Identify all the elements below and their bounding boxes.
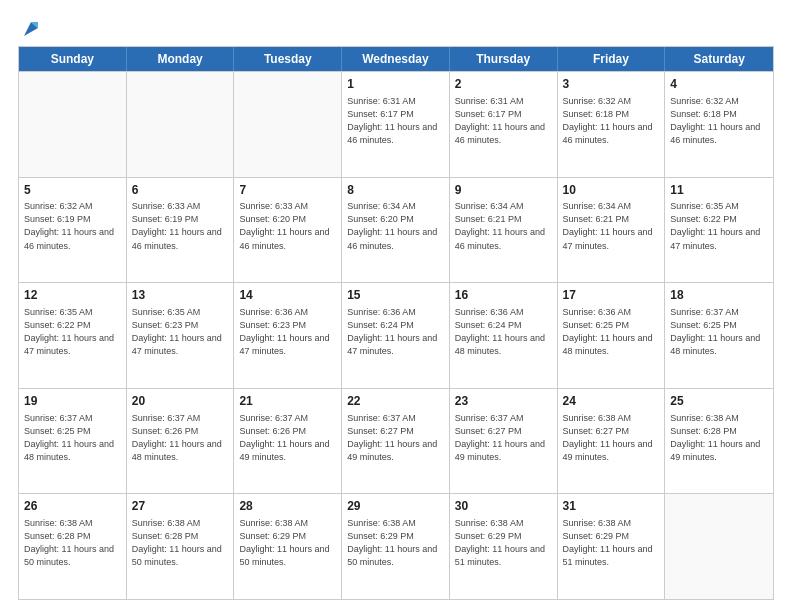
cell-info: Sunrise: 6:31 AMSunset: 6:17 PMDaylight:…: [455, 95, 552, 147]
cell-info: Sunrise: 6:37 AMSunset: 6:27 PMDaylight:…: [455, 412, 552, 464]
cell-info: Sunrise: 6:37 AMSunset: 6:26 PMDaylight:…: [132, 412, 229, 464]
calendar-week-2: 5Sunrise: 6:32 AMSunset: 6:19 PMDaylight…: [19, 177, 773, 283]
cell-info: Sunrise: 6:36 AMSunset: 6:23 PMDaylight:…: [239, 306, 336, 358]
day-cell-10: 10Sunrise: 6:34 AMSunset: 6:21 PMDayligh…: [558, 178, 666, 283]
cell-info: Sunrise: 6:37 AMSunset: 6:25 PMDaylight:…: [24, 412, 121, 464]
calendar-week-4: 19Sunrise: 6:37 AMSunset: 6:25 PMDayligh…: [19, 388, 773, 494]
day-cell-3: 3Sunrise: 6:32 AMSunset: 6:18 PMDaylight…: [558, 72, 666, 177]
day-number: 31: [563, 498, 660, 515]
header-cell-saturday: Saturday: [665, 47, 773, 71]
header-cell-friday: Friday: [558, 47, 666, 71]
day-number: 23: [455, 393, 552, 410]
day-number: 15: [347, 287, 444, 304]
day-number: 1: [347, 76, 444, 93]
day-cell-25: 25Sunrise: 6:38 AMSunset: 6:28 PMDayligh…: [665, 389, 773, 494]
cell-info: Sunrise: 6:38 AMSunset: 6:27 PMDaylight:…: [563, 412, 660, 464]
cell-info: Sunrise: 6:38 AMSunset: 6:29 PMDaylight:…: [347, 517, 444, 569]
empty-cell: [19, 72, 127, 177]
cell-info: Sunrise: 6:35 AMSunset: 6:22 PMDaylight:…: [670, 200, 768, 252]
day-cell-2: 2Sunrise: 6:31 AMSunset: 6:17 PMDaylight…: [450, 72, 558, 177]
cell-info: Sunrise: 6:36 AMSunset: 6:24 PMDaylight:…: [347, 306, 444, 358]
day-cell-31: 31Sunrise: 6:38 AMSunset: 6:29 PMDayligh…: [558, 494, 666, 599]
day-number: 13: [132, 287, 229, 304]
day-number: 24: [563, 393, 660, 410]
calendar-header-row: SundayMondayTuesdayWednesdayThursdayFrid…: [19, 47, 773, 71]
cell-info: Sunrise: 6:32 AMSunset: 6:18 PMDaylight:…: [563, 95, 660, 147]
cell-info: Sunrise: 6:38 AMSunset: 6:29 PMDaylight:…: [239, 517, 336, 569]
day-number: 21: [239, 393, 336, 410]
day-cell-24: 24Sunrise: 6:38 AMSunset: 6:27 PMDayligh…: [558, 389, 666, 494]
day-number: 11: [670, 182, 768, 199]
day-number: 2: [455, 76, 552, 93]
day-number: 8: [347, 182, 444, 199]
day-cell-4: 4Sunrise: 6:32 AMSunset: 6:18 PMDaylight…: [665, 72, 773, 177]
day-cell-11: 11Sunrise: 6:35 AMSunset: 6:22 PMDayligh…: [665, 178, 773, 283]
cell-info: Sunrise: 6:38 AMSunset: 6:29 PMDaylight:…: [563, 517, 660, 569]
day-number: 18: [670, 287, 768, 304]
calendar-body: 1Sunrise: 6:31 AMSunset: 6:17 PMDaylight…: [19, 71, 773, 599]
day-cell-19: 19Sunrise: 6:37 AMSunset: 6:25 PMDayligh…: [19, 389, 127, 494]
day-number: 10: [563, 182, 660, 199]
day-number: 27: [132, 498, 229, 515]
cell-info: Sunrise: 6:35 AMSunset: 6:23 PMDaylight:…: [132, 306, 229, 358]
day-number: 19: [24, 393, 121, 410]
day-cell-7: 7Sunrise: 6:33 AMSunset: 6:20 PMDaylight…: [234, 178, 342, 283]
cell-info: Sunrise: 6:38 AMSunset: 6:28 PMDaylight:…: [132, 517, 229, 569]
cell-info: Sunrise: 6:38 AMSunset: 6:29 PMDaylight:…: [455, 517, 552, 569]
empty-cell: [234, 72, 342, 177]
day-number: 22: [347, 393, 444, 410]
calendar: SundayMondayTuesdayWednesdayThursdayFrid…: [18, 46, 774, 600]
day-cell-14: 14Sunrise: 6:36 AMSunset: 6:23 PMDayligh…: [234, 283, 342, 388]
day-cell-30: 30Sunrise: 6:38 AMSunset: 6:29 PMDayligh…: [450, 494, 558, 599]
calendar-week-1: 1Sunrise: 6:31 AMSunset: 6:17 PMDaylight…: [19, 71, 773, 177]
header-cell-thursday: Thursday: [450, 47, 558, 71]
empty-cell: [665, 494, 773, 599]
cell-info: Sunrise: 6:37 AMSunset: 6:26 PMDaylight:…: [239, 412, 336, 464]
day-cell-29: 29Sunrise: 6:38 AMSunset: 6:29 PMDayligh…: [342, 494, 450, 599]
cell-info: Sunrise: 6:35 AMSunset: 6:22 PMDaylight:…: [24, 306, 121, 358]
cell-info: Sunrise: 6:36 AMSunset: 6:24 PMDaylight:…: [455, 306, 552, 358]
cell-info: Sunrise: 6:32 AMSunset: 6:19 PMDaylight:…: [24, 200, 121, 252]
cell-info: Sunrise: 6:37 AMSunset: 6:27 PMDaylight:…: [347, 412, 444, 464]
day-number: 5: [24, 182, 121, 199]
day-number: 26: [24, 498, 121, 515]
day-cell-16: 16Sunrise: 6:36 AMSunset: 6:24 PMDayligh…: [450, 283, 558, 388]
day-cell-28: 28Sunrise: 6:38 AMSunset: 6:29 PMDayligh…: [234, 494, 342, 599]
day-cell-6: 6Sunrise: 6:33 AMSunset: 6:19 PMDaylight…: [127, 178, 235, 283]
header-cell-sunday: Sunday: [19, 47, 127, 71]
day-number: 7: [239, 182, 336, 199]
header-cell-monday: Monday: [127, 47, 235, 71]
day-cell-23: 23Sunrise: 6:37 AMSunset: 6:27 PMDayligh…: [450, 389, 558, 494]
calendar-week-5: 26Sunrise: 6:38 AMSunset: 6:28 PMDayligh…: [19, 493, 773, 599]
cell-info: Sunrise: 6:33 AMSunset: 6:20 PMDaylight:…: [239, 200, 336, 252]
header-cell-tuesday: Tuesday: [234, 47, 342, 71]
day-cell-22: 22Sunrise: 6:37 AMSunset: 6:27 PMDayligh…: [342, 389, 450, 494]
empty-cell: [127, 72, 235, 177]
cell-info: Sunrise: 6:34 AMSunset: 6:21 PMDaylight:…: [563, 200, 660, 252]
day-number: 14: [239, 287, 336, 304]
calendar-week-3: 12Sunrise: 6:35 AMSunset: 6:22 PMDayligh…: [19, 282, 773, 388]
cell-info: Sunrise: 6:36 AMSunset: 6:25 PMDaylight:…: [563, 306, 660, 358]
day-number: 17: [563, 287, 660, 304]
day-number: 25: [670, 393, 768, 410]
cell-info: Sunrise: 6:34 AMSunset: 6:21 PMDaylight:…: [455, 200, 552, 252]
day-cell-27: 27Sunrise: 6:38 AMSunset: 6:28 PMDayligh…: [127, 494, 235, 599]
day-number: 4: [670, 76, 768, 93]
cell-info: Sunrise: 6:38 AMSunset: 6:28 PMDaylight:…: [24, 517, 121, 569]
day-cell-12: 12Sunrise: 6:35 AMSunset: 6:22 PMDayligh…: [19, 283, 127, 388]
header: [18, 18, 774, 36]
day-number: 28: [239, 498, 336, 515]
day-number: 9: [455, 182, 552, 199]
day-cell-20: 20Sunrise: 6:37 AMSunset: 6:26 PMDayligh…: [127, 389, 235, 494]
day-cell-5: 5Sunrise: 6:32 AMSunset: 6:19 PMDaylight…: [19, 178, 127, 283]
day-cell-26: 26Sunrise: 6:38 AMSunset: 6:28 PMDayligh…: [19, 494, 127, 599]
day-number: 6: [132, 182, 229, 199]
cell-info: Sunrise: 6:33 AMSunset: 6:19 PMDaylight:…: [132, 200, 229, 252]
page: SundayMondayTuesdayWednesdayThursdayFrid…: [0, 0, 792, 612]
day-cell-17: 17Sunrise: 6:36 AMSunset: 6:25 PMDayligh…: [558, 283, 666, 388]
cell-info: Sunrise: 6:34 AMSunset: 6:20 PMDaylight:…: [347, 200, 444, 252]
day-cell-9: 9Sunrise: 6:34 AMSunset: 6:21 PMDaylight…: [450, 178, 558, 283]
day-number: 12: [24, 287, 121, 304]
cell-info: Sunrise: 6:31 AMSunset: 6:17 PMDaylight:…: [347, 95, 444, 147]
cell-info: Sunrise: 6:38 AMSunset: 6:28 PMDaylight:…: [670, 412, 768, 464]
